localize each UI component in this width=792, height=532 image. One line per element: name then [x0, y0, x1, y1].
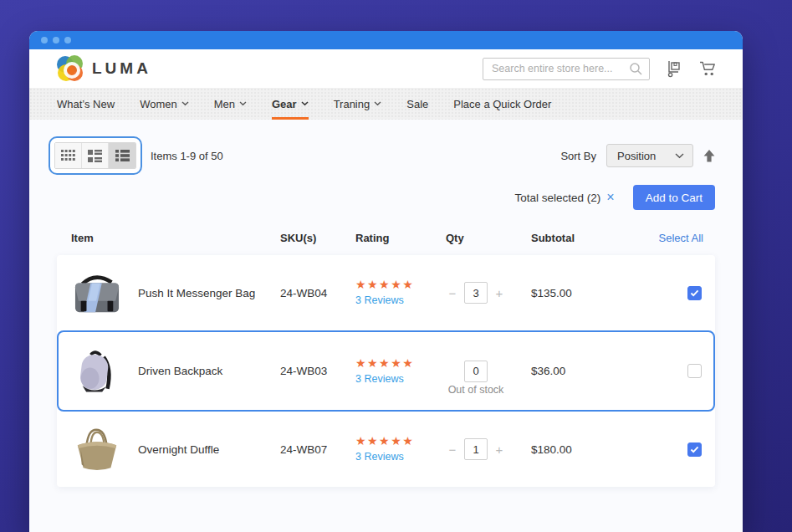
- chevron-down-icon: [181, 101, 189, 106]
- product-sku: 24-WB04: [280, 287, 355, 299]
- cart-icon[interactable]: [699, 60, 718, 77]
- rating-stars: ★★★★★: [355, 279, 429, 290]
- qty-increase-button[interactable]: +: [493, 442, 505, 457]
- nav-item-men[interactable]: Men: [214, 88, 247, 120]
- rating-stars: ★★★★★: [355, 357, 429, 369]
- nav-item-whats-new[interactable]: What’s New: [57, 88, 115, 120]
- qty-decrease-button[interactable]: −: [447, 286, 458, 300]
- total-selected-label: Total selected (2): [515, 192, 601, 204]
- listing-toolbar: Items 1-9 of 50 Sort By Position: [57, 136, 715, 175]
- nav-item-sale[interactable]: Sale: [406, 88, 428, 120]
- qty-input[interactable]: [464, 438, 488, 460]
- luma-logo-icon: [57, 55, 84, 82]
- chevron-down-icon: [301, 101, 309, 106]
- brand-logo[interactable]: LUMA: [57, 55, 151, 82]
- product-sku: 24-WB07: [280, 443, 355, 456]
- table-header: Item SKU(s) Rating Qty Subtotal Select A…: [57, 232, 715, 244]
- row-subtotal: $36.00: [523, 365, 627, 377]
- product-name: Push It Messenger Bag: [138, 287, 280, 299]
- check-icon: [690, 446, 699, 453]
- sort-by-value: Position: [617, 150, 656, 162]
- table-row: Push It Messenger Bag 24-WB04 ★★★★★ 3 Re…: [57, 255, 715, 330]
- row-checkbox[interactable]: [687, 286, 702, 300]
- qty-input[interactable]: [464, 361, 488, 382]
- table-row: Driven Backpack 24-WB03 ★★★★★ 3 Reviews …: [57, 330, 715, 412]
- reviews-link[interactable]: 3 Reviews: [355, 294, 404, 306]
- window-control-dot[interactable]: [64, 37, 71, 43]
- chevron-down-icon: [374, 101, 381, 106]
- check-icon: [690, 289, 699, 297]
- nav-item-gear[interactable]: Gear: [272, 88, 309, 120]
- search-icon[interactable]: [629, 62, 643, 79]
- view-detailed-list-button[interactable]: [109, 143, 135, 168]
- add-to-cart-button[interactable]: Add to Cart: [633, 185, 715, 210]
- column-header-subtotal: Subtotal: [523, 232, 627, 244]
- view-list-button[interactable]: [82, 143, 109, 168]
- sort-by-label: Sort By: [560, 150, 596, 162]
- nav-item-traning[interactable]: Traning: [334, 88, 382, 120]
- column-header-qty: Qty: [429, 232, 523, 244]
- chevron-down-icon: [239, 101, 247, 106]
- items-count: Items 1-9 of 50: [151, 150, 223, 162]
- row-subtotal: $135.00: [523, 287, 627, 299]
- product-name: Driven Backpack: [138, 365, 280, 377]
- browser-window: LUMA: [29, 31, 743, 532]
- window-control-dot[interactable]: [53, 37, 59, 43]
- product-image-messenger-bag[interactable]: [71, 270, 123, 315]
- select-all-link[interactable]: Select All: [627, 232, 703, 244]
- search-input[interactable]: [483, 58, 650, 80]
- column-header-sku: SKU(s): [280, 232, 355, 244]
- detailed-list-icon: [115, 150, 130, 161]
- product-list: Push It Messenger Bag 24-WB04 ★★★★★ 3 Re…: [57, 255, 715, 487]
- row-subtotal: $180.00: [523, 443, 627, 456]
- table-row: Overnight Duffle 24-WB07 ★★★★★ 3 Reviews…: [57, 412, 715, 487]
- clear-selection-button[interactable]: ×: [606, 191, 614, 204]
- brand-name: LUMA: [92, 59, 151, 78]
- qty-input[interactable]: [464, 282, 488, 304]
- main-navigation: What’s New Women Men Gear Traning Sale P…: [29, 88, 743, 120]
- column-header-item: Item: [71, 232, 280, 244]
- window-titlebar: [29, 31, 743, 49]
- product-name: Overnight Duffle: [138, 443, 280, 456]
- product-image-backpack[interactable]: [71, 347, 120, 396]
- arrow-up-icon: [703, 150, 715, 162]
- grid-icon: [61, 150, 75, 161]
- product-image-duffle[interactable]: [71, 426, 123, 473]
- reviews-link[interactable]: 3 Reviews: [355, 373, 404, 385]
- chevron-down-icon: [675, 153, 684, 159]
- list-icon: [88, 150, 102, 162]
- sort-direction-button[interactable]: [703, 150, 715, 162]
- sort-by-select[interactable]: Position: [606, 144, 693, 167]
- window-control-dot[interactable]: [41, 37, 48, 43]
- selection-row: Total selected (2) × Add to Cart: [57, 185, 715, 210]
- view-grid-button[interactable]: [55, 143, 82, 168]
- nav-item-quick-order[interactable]: Place a Quick Order: [453, 88, 551, 120]
- column-header-rating: Rating: [355, 232, 429, 244]
- row-checkbox[interactable]: [687, 364, 702, 378]
- view-mode-group: [49, 136, 142, 175]
- qty-increase-button[interactable]: +: [493, 286, 505, 300]
- quick-order-icon[interactable]: [667, 60, 682, 78]
- qty-decrease-button[interactable]: −: [447, 442, 458, 457]
- site-header: LUMA: [29, 49, 743, 88]
- reviews-link[interactable]: 3 Reviews: [355, 451, 404, 463]
- rating-stars: ★★★★★: [355, 435, 429, 447]
- product-sku: 24-WB03: [280, 365, 355, 377]
- row-checkbox[interactable]: [687, 442, 702, 457]
- stock-status: Out of stock: [429, 384, 523, 396]
- nav-item-women[interactable]: Women: [140, 88, 189, 120]
